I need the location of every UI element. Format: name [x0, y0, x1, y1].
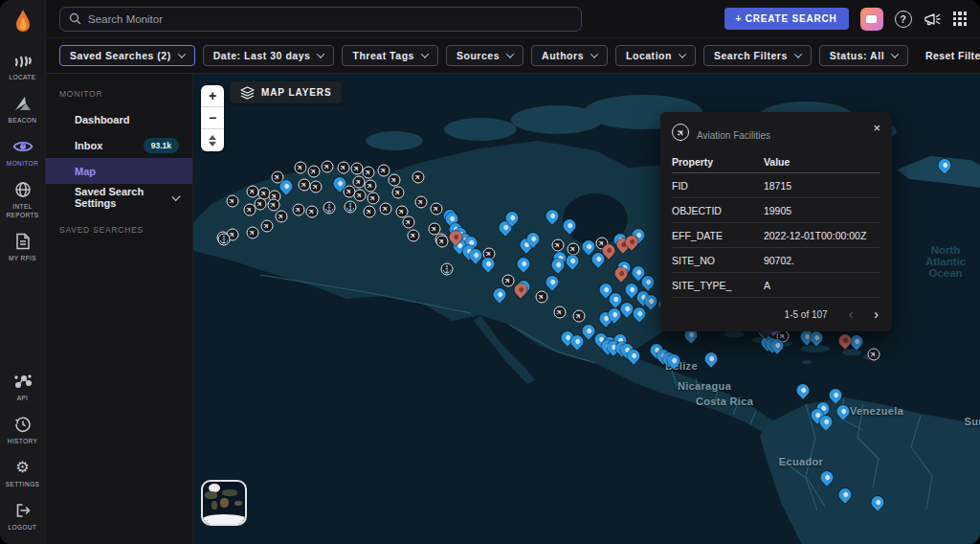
- map-pin-blue[interactable]: [702, 350, 720, 367]
- sidebar-item-settings[interactable]: ⚙ SETTINGS: [0, 458, 46, 488]
- map-marker-aviation[interactable]: ✈: [431, 203, 443, 215]
- map-marker-aviation[interactable]: ✈: [364, 206, 376, 218]
- map-country-label: Costa Rica: [696, 396, 753, 407]
- map-marker-aviation[interactable]: ✈: [868, 349, 880, 361]
- map-pin-blue[interactable]: [836, 486, 854, 503]
- map-marker-aviation[interactable]: ✈: [368, 193, 380, 205]
- map-pin-blue[interactable]: [544, 207, 561, 224]
- map-marker-aviation[interactable]: ✈: [568, 243, 580, 256]
- zoom-in-button[interactable]: +: [201, 85, 224, 107]
- map-tilt-button[interactable]: [201, 129, 224, 151]
- map-marker-aviation[interactable]: ✈: [295, 162, 307, 174]
- map-marker-aviation[interactable]: ✈: [389, 174, 401, 187]
- filter-chip-location[interactable]: Location: [615, 45, 696, 66]
- map-marker-aviation[interactable]: ✈: [293, 204, 305, 216]
- map-marker-aviation[interactable]: ✈: [306, 206, 319, 218]
- map-marker-aviation[interactable]: ✈: [502, 275, 515, 287]
- sidebar-item-intel-reports[interactable]: INTEL REPORTS: [0, 180, 46, 218]
- aviation-plane-icon: ✈: [672, 124, 689, 141]
- sidebar-item-dashboard[interactable]: Dashboard: [46, 106, 192, 132]
- assistant-gradient-icon[interactable]: [860, 8, 883, 31]
- map-pin-blue[interactable]: [869, 493, 886, 510]
- map-marker-aviation[interactable]: ✈: [412, 171, 425, 184]
- sidebar-item-saved-search-settings[interactable]: Saved Search Settings: [46, 184, 192, 210]
- map-pin-blue[interactable]: [794, 381, 812, 398]
- map-pin-blue[interactable]: [561, 216, 578, 234]
- map-marker-aviation[interactable]: ✈: [573, 310, 586, 323]
- basemap-minimap[interactable]: [201, 480, 247, 526]
- map-marker-aviation[interactable]: ✈: [268, 199, 280, 212]
- sidebar-item-locate[interactable]: LOCATE: [0, 51, 46, 81]
- map-marker-port[interactable]: ⚓: [345, 201, 357, 214]
- map-marker-aviation[interactable]: ✈: [227, 195, 239, 208]
- map-marker-aviation[interactable]: ✈: [378, 165, 390, 177]
- apps-grid-icon[interactable]: [953, 11, 968, 26]
- reset-filters-button[interactable]: Reset Filters: [925, 50, 980, 61]
- sidebar-item-logout[interactable]: LOGOUT: [0, 501, 46, 532]
- search-input[interactable]: Search Monitor: [59, 7, 582, 32]
- map-marker-aviation[interactable]: ✈: [436, 236, 449, 248]
- filter-chip-search-filters[interactable]: Search Filters: [703, 45, 812, 66]
- minimap-antarctica: [201, 514, 247, 526]
- map-pin-blue[interactable]: [564, 252, 581, 269]
- map-marker-aviation[interactable]: ✈: [536, 291, 548, 304]
- map-marker-aviation[interactable]: ✈: [322, 161, 334, 173]
- map-marker-aviation[interactable]: ✈: [408, 230, 420, 242]
- map-marker-aviation[interactable]: ✈: [299, 179, 311, 192]
- sidebar-item-beacon[interactable]: BEACON: [0, 94, 46, 125]
- filter-chip-authors[interactable]: Authors: [531, 45, 608, 66]
- close-icon[interactable]: ×: [873, 122, 880, 134]
- map-pin-blue[interactable]: [936, 156, 953, 173]
- map-marker-aviation[interactable]: ✈: [244, 204, 256, 216]
- map-marker-aviation[interactable]: ✈: [247, 186, 259, 198]
- map-pin-blue[interactable]: [818, 468, 835, 486]
- map-marker-port[interactable]: ⚓: [323, 202, 336, 215]
- map-layers-button[interactable]: MAP LAYERS: [230, 81, 342, 103]
- sidebar-item-my-rfis[interactable]: MY RFIS: [0, 232, 46, 262]
- map-marker-aviation[interactable]: ✈: [247, 227, 259, 239]
- chip-label: Threat Tags: [352, 50, 414, 61]
- sidebar-item-history[interactable]: HISTORY: [0, 415, 46, 445]
- map-marker-port[interactable]: ⚓: [441, 263, 454, 276]
- sidebar-item-api[interactable]: API: [0, 372, 46, 402]
- pagination-prev-icon[interactable]: ‹: [849, 306, 854, 322]
- map-pin-blue[interactable]: [479, 255, 497, 272]
- sidebar-item-map[interactable]: Map: [46, 158, 192, 184]
- map-pin-blue[interactable]: [544, 273, 561, 290]
- map-marker-aviation[interactable]: ✈: [392, 187, 405, 199]
- pagination-next-icon[interactable]: ›: [874, 306, 879, 322]
- map-marker-aviation[interactable]: ✈: [276, 211, 288, 223]
- filter-chip-saved-searches[interactable]: Saved Searches (2): [59, 45, 195, 66]
- filter-chip-threat-tags[interactable]: Threat Tags: [342, 45, 438, 66]
- map-marker-aviation[interactable]: ✈: [354, 190, 367, 202]
- column-header: Property: [672, 156, 764, 168]
- value-cell: 90702.: [764, 255, 880, 266]
- help-icon[interactable]: ?: [895, 11, 912, 28]
- map-marker-port[interactable]: ⚓: [218, 234, 231, 246]
- map-marker-aviation[interactable]: ✈: [310, 181, 323, 193]
- map-canvas[interactable]: ✈✈✈✈✈✈✈✈✈✈✈✈✈✈✈✈✈✈✈✈✈✈✈✈✈✈✈✈✈✈✈✈✈✈✈✈✈✈✈✈…: [193, 74, 980, 544]
- map-marker-aviation[interactable]: ✈: [308, 166, 321, 178]
- create-search-button[interactable]: + CREATE SEARCH: [724, 8, 849, 30]
- map-marker-aviation[interactable]: ✈: [552, 239, 565, 252]
- map-marker-aviation[interactable]: ✈: [554, 306, 567, 319]
- map-marker-aviation[interactable]: ✈: [363, 167, 375, 179]
- map-marker-aviation[interactable]: ✈: [261, 220, 274, 233]
- sidebar-item-inbox[interactable]: Inbox93.1k: [46, 132, 192, 158]
- map-pin-blue[interactable]: [515, 255, 532, 272]
- filter-chip-sources[interactable]: Sources: [446, 45, 523, 66]
- sidebar-item-monitor[interactable]: MONITOR: [0, 137, 46, 168]
- map-marker-aviation[interactable]: ✈: [415, 196, 428, 209]
- map-marker-aviation[interactable]: ✈: [380, 203, 392, 215]
- announcements-megaphone-icon[interactable]: [924, 11, 942, 27]
- property-cell: OBJECTID: [672, 205, 764, 216]
- filter-chip-status[interactable]: Status: All: [819, 45, 908, 66]
- map-pin-blue[interactable]: [491, 285, 508, 303]
- map-pin-blue[interactable]: [827, 386, 844, 403]
- map-marker-aviation[interactable]: ✈: [365, 180, 377, 193]
- map-marker-aviation[interactable]: ✈: [338, 162, 350, 174]
- zoom-out-button[interactable]: −: [201, 107, 224, 129]
- filter-chip-date[interactable]: Date: Last 30 days: [203, 45, 335, 66]
- map-marker-aviation[interactable]: ✈: [403, 216, 415, 229]
- map-pin-red[interactable]: [836, 331, 854, 349]
